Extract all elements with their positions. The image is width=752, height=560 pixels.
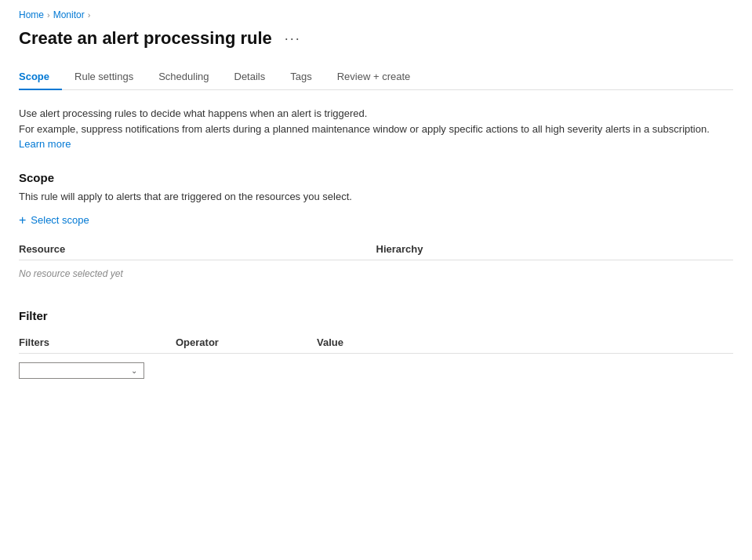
plus-icon: + bbox=[19, 213, 26, 227]
page-title: Create an alert processing rule bbox=[19, 28, 272, 49]
chevron-down-icon: ⌄ bbox=[131, 366, 137, 375]
breadcrumb-monitor[interactable]: Monitor bbox=[53, 9, 85, 20]
description-line2: For example, suppress notifications from… bbox=[19, 122, 733, 152]
tabs: Scope Rule settings Scheduling Details T… bbox=[19, 64, 733, 90]
select-scope-label: Select scope bbox=[31, 214, 89, 226]
resource-empty-row: No resource selected yet bbox=[19, 260, 733, 287]
filter-section: Filter Filters Operator Value ⌄ bbox=[19, 309, 733, 387]
filter-table: Filters Operator Value ⌄ bbox=[19, 332, 733, 387]
select-scope-button[interactable]: + Select scope bbox=[19, 212, 89, 229]
scope-description: This rule will apply to alerts that are … bbox=[19, 191, 733, 202]
value-col-header: Value bbox=[317, 332, 733, 354]
operator-cell bbox=[176, 353, 317, 387]
tab-rule-settings[interactable]: Rule settings bbox=[62, 64, 146, 90]
resource-empty-text: No resource selected yet bbox=[19, 260, 733, 287]
tab-details[interactable]: Details bbox=[222, 64, 278, 90]
breadcrumb-home[interactable]: Home bbox=[19, 9, 44, 20]
filters-col-header: Filters bbox=[19, 332, 176, 354]
breadcrumb: Home › Monitor › bbox=[19, 9, 733, 20]
scope-heading: Scope bbox=[19, 171, 733, 184]
filter-dropdown-cell: ⌄ bbox=[19, 353, 176, 387]
resource-table: Resource Hierarchy No resource selected … bbox=[19, 238, 733, 287]
learn-more-link[interactable]: Learn more bbox=[19, 138, 71, 150]
filter-row: ⌄ bbox=[19, 353, 733, 387]
tab-tags[interactable]: Tags bbox=[278, 64, 324, 90]
page-wrapper: Home › Monitor › Create an alert process… bbox=[0, 0, 752, 405]
value-cell bbox=[317, 353, 733, 387]
description-line1: Use alert processing rules to decide wha… bbox=[19, 106, 733, 122]
hierarchy-col-header: Hierarchy bbox=[376, 238, 734, 260]
filter-dropdown[interactable]: ⌄ bbox=[19, 362, 144, 379]
ellipsis-button[interactable]: ··· bbox=[280, 29, 306, 49]
description-block: Use alert processing rules to decide wha… bbox=[19, 106, 733, 152]
page-title-row: Create an alert processing rule ··· bbox=[19, 28, 733, 49]
filter-heading: Filter bbox=[19, 309, 733, 322]
operator-col-header: Operator bbox=[176, 332, 317, 354]
tab-scope[interactable]: Scope bbox=[19, 64, 62, 90]
scope-section: Scope This rule will apply to alerts tha… bbox=[19, 171, 733, 287]
breadcrumb-sep-1: › bbox=[47, 10, 50, 20]
tab-scheduling[interactable]: Scheduling bbox=[146, 64, 221, 90]
breadcrumb-sep-2: › bbox=[88, 10, 91, 20]
tab-review-create[interactable]: Review + create bbox=[325, 64, 423, 90]
resource-col-header: Resource bbox=[19, 238, 376, 260]
